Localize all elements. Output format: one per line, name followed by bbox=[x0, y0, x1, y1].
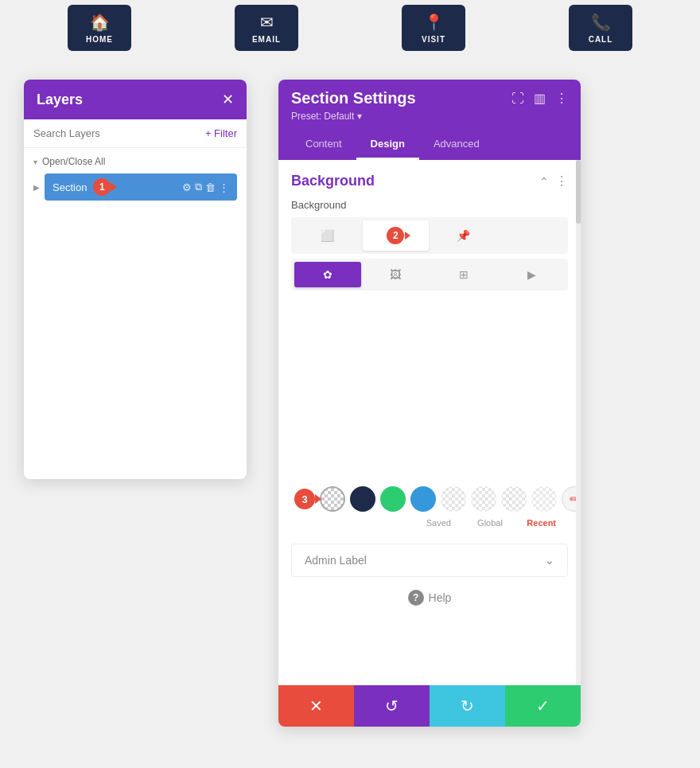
filter-button[interactable]: + Filter bbox=[205, 127, 237, 139]
tab-content[interactable]: Content bbox=[291, 130, 356, 160]
color-swatch-blue[interactable] bbox=[410, 486, 436, 512]
badge-arrow-3 bbox=[315, 494, 321, 504]
color-picker-area bbox=[291, 303, 568, 478]
section-item[interactable]: Section 1 ⚙ ⧉ 🗑 ⋮ bbox=[45, 173, 237, 201]
bg-type-gradient[interactable]: 📌 bbox=[430, 220, 497, 251]
color-swatch-row: 3 ✏ bbox=[291, 486, 568, 512]
top-bar: 🏠 HOME ✉ EMAIL 📍 VISIT 📞 CALL bbox=[0, 0, 700, 56]
settings-body: Background ⌃ ⋮ Background ⬜ 2 bbox=[278, 160, 581, 685]
email-button[interactable]: ✉ EMAIL bbox=[235, 5, 298, 51]
section-duplicate-icon[interactable]: ⧉ bbox=[195, 181, 202, 193]
main-content: Layers ✕ + Filter ▾ Open/Close All ▶ Sec… bbox=[0, 56, 700, 768]
open-close-arrow-icon: ▾ bbox=[33, 158, 37, 166]
open-close-all[interactable]: ▾ Open/Close All bbox=[33, 156, 237, 167]
settings-more-icon[interactable]: ⋮ bbox=[555, 91, 568, 106]
bg-type-image2[interactable]: 🖼 bbox=[363, 262, 430, 287]
location-icon: 📍 bbox=[424, 13, 444, 32]
scroll-indicator bbox=[576, 160, 581, 685]
bg-label: Background bbox=[291, 199, 568, 211]
color-swatch-gray1[interactable] bbox=[441, 486, 466, 512]
bg-type-none[interactable]: ⬜ bbox=[294, 220, 361, 251]
color-swatch-gray4[interactable] bbox=[531, 486, 557, 512]
home-button[interactable]: 🏠 HOME bbox=[68, 5, 131, 51]
layers-search-input[interactable] bbox=[33, 127, 199, 139]
settings-tabs: Content Design Advanced bbox=[291, 130, 568, 160]
badge-2-container: 2 bbox=[387, 227, 404, 244]
admin-label-header[interactable]: Admin Label ⌄ bbox=[292, 544, 567, 576]
background-section-title: Background bbox=[291, 173, 375, 189]
settings-panel: Section Settings ⛶ ▥ ⋮ Preset: Default ▾… bbox=[278, 80, 581, 727]
layers-title: Layers bbox=[37, 92, 83, 108]
tab-advanced[interactable]: Advanced bbox=[419, 130, 494, 160]
email-icon: ✉ bbox=[260, 13, 274, 32]
layers-body: ▾ Open/Close All ▶ Section 1 ⚙ ⧉ bbox=[24, 148, 247, 479]
bg-type-row-1: ⬜ 2 📌 bbox=[291, 217, 568, 254]
cancel-button[interactable]: ✕ bbox=[278, 685, 354, 727]
admin-label-section: Admin Label ⌄ bbox=[291, 544, 568, 577]
badge-arrow-2 bbox=[405, 232, 410, 240]
badge-arrow-1 bbox=[111, 182, 117, 192]
layers-close-button[interactable]: ✕ bbox=[222, 91, 234, 108]
color-swatch-green[interactable] bbox=[380, 486, 406, 512]
step-badge-3: 3 bbox=[294, 489, 315, 509]
color-swatch-gray2[interactable] bbox=[471, 486, 496, 512]
settings-expand-icon[interactable]: ⛶ bbox=[511, 92, 524, 106]
bg-section-controls: ⌃ ⋮ bbox=[539, 173, 568, 189]
section-row: ▶ Section 1 ⚙ ⧉ 🗑 ⋮ bbox=[33, 173, 237, 201]
settings-columns-icon[interactable]: ▥ bbox=[534, 91, 546, 106]
layers-header: Layers ✕ bbox=[24, 80, 247, 119]
section-expand-icon[interactable]: ▶ bbox=[33, 183, 40, 192]
badge-3-container: 3 bbox=[294, 489, 315, 509]
help-row[interactable]: ? Help bbox=[291, 590, 568, 606]
section-action-icons: ⚙ ⧉ 🗑 ⋮ bbox=[182, 181, 229, 193]
phone-icon: 📞 bbox=[591, 13, 611, 32]
color-swatch-gray3[interactable] bbox=[501, 486, 527, 512]
section-settings-icon[interactable]: ⚙ bbox=[182, 181, 192, 193]
bg-type-slider[interactable]: ⊞ bbox=[430, 262, 497, 287]
scroll-thumb bbox=[576, 160, 581, 224]
redo-button[interactable]: ↻ bbox=[430, 685, 505, 727]
action-bar: ✕ ↺ ↻ ✓ bbox=[278, 685, 581, 727]
badge-1-container: 1 bbox=[93, 178, 111, 196]
settings-header: Section Settings ⛶ ▥ ⋮ Preset: Default ▾… bbox=[278, 80, 581, 160]
layers-search-bar: + Filter bbox=[24, 119, 247, 148]
background-section-header: Background ⌃ ⋮ bbox=[291, 173, 568, 189]
bg-type-image[interactable] bbox=[499, 220, 566, 251]
step-badge-2: 2 bbox=[387, 227, 404, 244]
confirm-button[interactable]: ✓ bbox=[505, 685, 581, 727]
bg-collapse-button[interactable]: ⌃ bbox=[539, 175, 549, 188]
bg-type-pattern[interactable]: ✿ bbox=[294, 262, 361, 287]
admin-label-chevron: ⌄ bbox=[545, 554, 554, 567]
bg-type-video[interactable]: ▶ bbox=[499, 262, 566, 287]
bg-more-button[interactable]: ⋮ bbox=[555, 173, 568, 189]
settings-title: Section Settings bbox=[291, 89, 416, 107]
step-badge-1: 1 bbox=[93, 178, 111, 196]
color-label-global: Global bbox=[467, 518, 514, 528]
color-labels-row: Saved Global Recent bbox=[291, 518, 568, 528]
color-swatch-navy[interactable] bbox=[350, 486, 375, 512]
section-more-icon[interactable]: ⋮ bbox=[219, 181, 229, 193]
settings-preset[interactable]: Preset: Default ▾ bbox=[291, 111, 568, 122]
tab-design[interactable]: Design bbox=[356, 130, 419, 160]
bg-type-row-2: ✿ 🖼 ⊞ ▶ bbox=[291, 259, 568, 290]
settings-header-top: Section Settings ⛶ ▥ ⋮ bbox=[291, 89, 568, 107]
color-swatch-transparent[interactable] bbox=[320, 486, 345, 512]
layers-empty-space bbox=[33, 201, 237, 471]
visit-button[interactable]: 📍 VISIT bbox=[402, 5, 465, 51]
undo-button[interactable]: ↺ bbox=[354, 685, 430, 727]
color-label-saved: Saved bbox=[415, 518, 462, 528]
section-delete-icon[interactable]: 🗑 bbox=[205, 181, 216, 193]
call-button[interactable]: 📞 CALL bbox=[569, 5, 632, 51]
layers-panel: Layers ✕ + Filter ▾ Open/Close All ▶ Sec… bbox=[24, 80, 247, 479]
color-label-recent: Recent bbox=[518, 518, 565, 528]
home-icon: 🏠 bbox=[90, 13, 110, 32]
settings-header-icons: ⛶ ▥ ⋮ bbox=[511, 91, 568, 106]
help-icon: ? bbox=[408, 590, 424, 606]
bg-type-color[interactable]: 2 bbox=[363, 220, 430, 251]
help-label: Help bbox=[429, 591, 452, 604]
admin-label-title: Admin Label bbox=[305, 554, 367, 567]
